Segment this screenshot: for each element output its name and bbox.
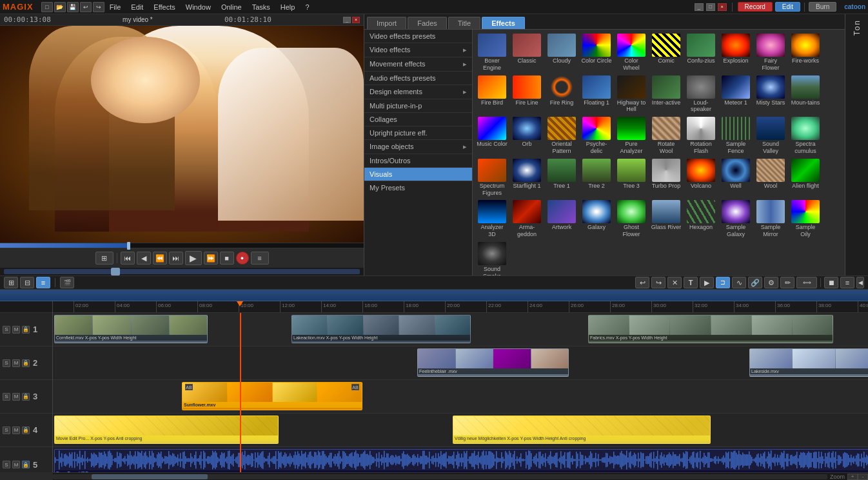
effect-item-fairyflower[interactable]: Fairy Flower: [754, 32, 787, 73]
timeline-scroll-thumb[interactable]: [92, 474, 208, 479]
sidebar-item-image-objects[interactable]: Image objects▸: [364, 140, 472, 154]
menu-question[interactable]: ?: [305, 3, 309, 11]
btn-prev-frame[interactable]: ◀: [137, 252, 151, 265]
clip-fabrics[interactable]: Fabrics.mxv X-pos Y-pos Width Height: [588, 315, 833, 343]
effect-item-highwaytohell[interactable]: Highway to Hell: [615, 74, 648, 115]
sidebar-item-visuals[interactable]: Visuals: [364, 168, 472, 181]
play-btn2[interactable]: ▶: [700, 277, 714, 288]
btn-skip-back[interactable]: ⏭: [169, 252, 183, 265]
menu-help[interactable]: Help: [281, 3, 295, 11]
effect-item-volcano[interactable]: Volcano: [684, 157, 718, 198]
effect-item-glassriver[interactable]: Glass River: [649, 199, 683, 239]
btn-play[interactable]: ▶: [185, 251, 202, 265]
btn-rewind[interactable]: ⏪: [153, 252, 167, 265]
track-m-3[interactable]: M: [12, 393, 20, 401]
track-m-1[interactable]: M: [12, 326, 20, 334]
track-lock-4[interactable]: 🔒: [22, 426, 30, 434]
effect-item-samplegalaxy[interactable]: Sample Galaxy: [719, 199, 753, 239]
effect-item-colorcircle[interactable]: Color Circle: [580, 32, 613, 73]
cancel-btn2[interactable]: ✕: [667, 277, 682, 288]
clip-cornfield[interactable]: Cornfield.mxv X-pos Y-pos Width Height: [54, 315, 208, 343]
sidebar-item-audio-presets[interactable]: Audio effects presets: [364, 72, 472, 85]
track-lock-1[interactable]: 🔒: [22, 326, 30, 334]
text-tool[interactable]: T: [684, 277, 698, 288]
effect-item-alienflight[interactable]: Alien flight: [789, 157, 822, 198]
effect-item-turboprop[interactable]: Turbo Prop: [649, 157, 683, 198]
effect-item-mistystars[interactable]: Misty Stars: [754, 74, 787, 115]
track-lock-2[interactable]: 🔒: [22, 359, 30, 367]
edit-button[interactable]: Edit: [775, 2, 800, 12]
timeline-scroll-track[interactable]: [53, 474, 827, 479]
btn-skip-start[interactable]: ⏮: [121, 252, 135, 265]
undo-btn2[interactable]: ↩: [635, 277, 649, 288]
clip-feelintheblair[interactable]: Feelintheblair .mxv: [417, 348, 569, 377]
effect-item-soundsmoke[interactable]: Sound Smoke: [475, 241, 509, 275]
effect-item-loudspeaker[interactable]: Loud-speaker: [684, 74, 718, 115]
effect-item-boxerengine[interactable]: Boxer Engine: [475, 32, 509, 73]
pen-btn[interactable]: ✏: [780, 277, 794, 288]
preview-scrub[interactable]: [0, 243, 364, 248]
sidebar-item-design[interactable]: Design elements▸: [364, 85, 472, 99]
effect-item-hexagon[interactable]: Hexagon: [684, 199, 718, 239]
menu-edit[interactable]: Edit: [131, 3, 143, 11]
maximize-btn[interactable]: □: [706, 3, 715, 11]
effect-item-interactive[interactable]: Inter-active: [649, 74, 683, 115]
btn-menu-transport[interactable]: ≡: [251, 252, 269, 265]
tab-title[interactable]: Title: [448, 17, 480, 29]
scroll-thumb-secondary[interactable]: [111, 268, 120, 275]
track-cam-btn[interactable]: ⊞: [4, 277, 18, 288]
track-m-5[interactable]: M: [12, 461, 20, 468]
menu-online[interactable]: Online: [221, 3, 242, 11]
effect-item-orb[interactable]: Orb: [510, 115, 544, 156]
close-btn[interactable]: ×: [718, 3, 727, 11]
effect-item-meteor1[interactable]: Meteor 1: [719, 74, 753, 115]
split-btn[interactable]: ⚙: [764, 277, 778, 288]
effect-item-comic[interactable]: Comic: [649, 32, 683, 73]
track-view-btn2[interactable]: ≡: [36, 277, 50, 288]
effect-item-tree1[interactable]: Tree 1: [545, 157, 578, 198]
transport-cam-btn[interactable]: ⊞: [95, 252, 113, 265]
effect-item-armageddon[interactable]: Arma-geddon: [510, 199, 544, 239]
redo-btn2[interactable]: ↪: [651, 277, 666, 288]
preview-minimize[interactable]: _: [343, 17, 351, 23]
clip-lakeaction[interactable]: Lakeaction.mxv X-pos Y-pos Width Height: [291, 315, 471, 343]
track-view-btn1[interactable]: ⊟: [20, 277, 34, 288]
effect-item-well[interactable]: Well: [719, 157, 753, 198]
sidebar-item-collages[interactable]: Collages: [364, 113, 472, 126]
sidebar-collapse[interactable]: ◀: [856, 277, 864, 288]
sidebar-item-pip[interactable]: Multi picture-in-p: [364, 99, 472, 113]
menu-tasks[interactable]: Tasks: [252, 3, 270, 11]
btn-record-transport[interactable]: ●: [236, 252, 249, 265]
move-btn[interactable]: ⟺: [796, 277, 817, 288]
preview-close[interactable]: ×: [352, 17, 360, 23]
menu-window[interactable]: Window: [186, 3, 211, 11]
sidebar-item-upright[interactable]: Upright picture eff.: [364, 126, 472, 140]
redo-icon[interactable]: ↪: [93, 2, 104, 12]
clip-lakeside[interactable]: Lakeside.mxv: [749, 348, 868, 377]
effect-item-fireline[interactable]: Fire Line: [510, 74, 544, 115]
zoom-out-btn[interactable]: -: [858, 474, 868, 480]
sidebar-item-intros[interactable]: Intros/Outros: [364, 154, 472, 168]
tab-effects[interactable]: Effects: [482, 17, 525, 29]
track-row-4[interactable]: Movie Edit Pro... X-pos Y-pos Anti cropp…: [53, 414, 868, 447]
clip-audio-wave[interactable]: Easy Tune.HDP: [54, 449, 868, 472]
effect-item-musiccolor[interactable]: Music Color: [475, 115, 509, 156]
effect-item-tree3[interactable]: Tree 3: [615, 157, 648, 198]
effect-item-artwork[interactable]: Artwork: [545, 199, 578, 239]
open-icon[interactable]: 📂: [54, 2, 66, 12]
sidebar-item-video-effects[interactable]: Video effects▸: [364, 43, 472, 57]
effect-item-colorwheel[interactable]: Color Wheel: [615, 32, 648, 73]
tab-import[interactable]: Import: [367, 17, 406, 29]
zoom-in-btn[interactable]: +: [847, 474, 858, 480]
menu-file[interactable]: File: [110, 3, 121, 11]
menu-btn2[interactable]: ≡: [840, 277, 854, 288]
effect-item-spectracumulus[interactable]: Spectra cumulus: [789, 115, 822, 156]
burn-button[interactable]: Burn: [809, 2, 836, 12]
effect-item-classic[interactable]: Classic: [510, 32, 544, 73]
effect-item-tree2[interactable]: Tree 2: [580, 157, 613, 198]
effect-item-cloudy[interactable]: Cloudy: [545, 32, 578, 73]
record-button[interactable]: Record: [738, 2, 773, 12]
effect-item-orientalpattern[interactable]: Oriental Pattern: [545, 115, 578, 156]
scrub-thumb[interactable]: [127, 242, 130, 250]
track-row-2[interactable]: Feelintheblair .mxv Lakeside.mxv: [53, 346, 868, 380]
